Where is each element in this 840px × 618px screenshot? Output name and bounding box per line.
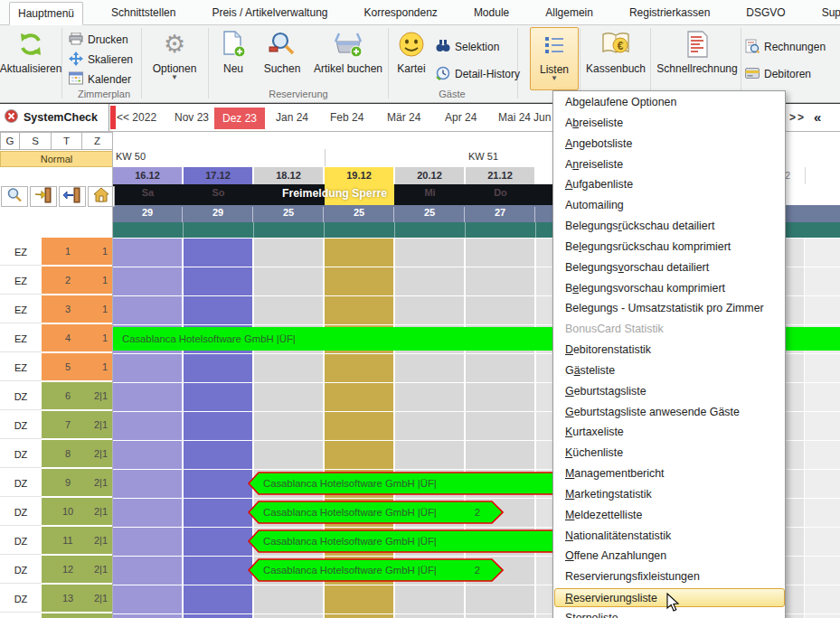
systemcheck-tab[interactable]: SystemCheck: [0, 104, 109, 131]
date-cell-17-12[interactable]: 17.12: [184, 167, 253, 184]
neu-button[interactable]: Neu: [213, 27, 253, 89]
year-back-nav[interactable]: << 2022: [117, 104, 156, 131]
ribbon-tab-hauptmenü[interactable]: Hauptmenü: [9, 2, 83, 25]
mouse-cursor: [666, 593, 680, 616]
menu-item-offene-anzahlungen[interactable]: Offene Anzahlungen: [555, 547, 783, 566]
menu-item-belegungsrückschau-detailiert[interactable]: Belegungsrückschau detailiert: [555, 217, 783, 236]
ribbon-tab-korrespondenz[interactable]: Korrespondenz: [355, 2, 445, 23]
room-cell-7[interactable]: 72|1: [42, 411, 113, 439]
sidebar-door-out-button[interactable]: [59, 186, 86, 207]
menu-item-kurtaxeliste[interactable]: Kurtaxeliste: [555, 423, 783, 442]
ribbon-tab-allgemein[interactable]: Allgemein: [537, 2, 601, 23]
month-feb-24[interactable]: Feb 24: [330, 104, 363, 131]
menu-item-anreiseliste[interactable]: Anreiseliste: [555, 155, 783, 174]
menu-item-automailing[interactable]: Automailing: [555, 196, 783, 215]
ribbon-tab-module[interactable]: Module: [466, 2, 517, 23]
kartei-button[interactable]: Kartei: [392, 27, 430, 89]
room-cell-10[interactable]: 102|1: [42, 498, 113, 526]
menu-item-küchenliste[interactable]: Küchenliste: [555, 444, 783, 463]
sidebar-column-header-s[interactable]: S: [20, 132, 52, 150]
month-mär-24[interactable]: Mär 24: [387, 104, 420, 131]
freimeldung-sperre-overlay: Freimeldung Sperre: [271, 187, 398, 200]
room-cell-5[interactable]: 51: [42, 353, 113, 381]
menu-item-meldezettelliste[interactable]: Meldezettelliste: [555, 506, 783, 525]
category-normal[interactable]: Normal: [0, 151, 113, 167]
menu-item-belegungs-umsatzstatistik-pro-zimmer[interactable]: Belegungs - Umsatzstatistik pro Zimmer: [555, 299, 783, 318]
drucken-button[interactable]: Drucken: [69, 31, 128, 49]
month-nov-23[interactable]: Nov 23: [175, 104, 209, 131]
menu-item-aufgabenliste[interactable]: Aufgabenliste: [555, 175, 783, 194]
ribbon-tab-registrierkassen[interactable]: Registrierkassen: [621, 2, 718, 23]
kw-label-right: KW 51: [468, 151, 532, 165]
red-marker: [110, 106, 116, 129]
menu-item-abreiseliste[interactable]: Abreiseliste: [555, 114, 783, 133]
menu-item-nationalitätenstatistik[interactable]: Nationalitätenstatistik: [555, 527, 783, 546]
room-number: 9: [54, 469, 81, 496]
menu-item-geburtstagsliste-anwesende-gäste[interactable]: Geburtstagsliste anwesende Gäste: [555, 403, 783, 422]
month-mai-24[interactable]: Mai 24: [498, 104, 531, 131]
kalender-button[interactable]: Kalender: [69, 70, 131, 89]
ribbon-tab-preis-artikelverwaltung[interactable]: Preis / Artikelverwaltung: [203, 2, 335, 23]
month-dez-23[interactable]: Dez 23: [214, 108, 265, 129]
date-cell-20-12[interactable]: 20.12: [395, 167, 465, 184]
ribbon-tab-dsgvo[interactable]: DSGVO: [738, 2, 793, 23]
room-cell-2[interactable]: 21: [42, 267, 113, 295]
collapse-icon[interactable]: «: [814, 104, 821, 131]
ribbon-tab-support[interactable]: Support: [814, 2, 840, 23]
sidebar-home-button[interactable]: [88, 186, 115, 207]
room-cell-8[interactable]: 82|1: [42, 440, 113, 468]
room-cell-12[interactable]: 122|1: [42, 556, 113, 584]
room-type-ez-5: EZ: [0, 353, 42, 381]
reservation-bar-room-10[interactable]: Casablanca Hotelsoftware GmbH |ÜF|2: [248, 501, 504, 524]
optionen-button[interactable]: ⚙ Optionen ▼: [145, 27, 204, 89]
menu-item-abgelaufene-optionen[interactable]: Abgelaufene Optionen: [555, 93, 783, 112]
month-apr-24[interactable]: Apr 24: [445, 104, 477, 131]
room-cell-partial[interactable]: [42, 613, 113, 618]
month-jan-24[interactable]: Jan 24: [276, 104, 308, 131]
sidebar-door-in-button[interactable]: [30, 186, 57, 207]
menu-item-belegungsvorschau-detailiert[interactable]: Belegungsvorschau detailiert: [555, 258, 783, 277]
room-cell-4[interactable]: 41: [42, 324, 113, 352]
menu-item-debitorenstatistik[interactable]: Debitorenstatistik: [555, 341, 783, 360]
menu-item-belegungsvorschau-komprimiert[interactable]: Belegungsvorschau komprimiert: [555, 279, 783, 298]
sidebar-column-header-t[interactable]: T: [52, 132, 82, 150]
menu-item-reservierungsfixleistungen[interactable]: Reservierungsfixleistungen: [555, 567, 783, 586]
date-cell-19-12[interactable]: 19.12: [325, 167, 394, 184]
room-cell-9[interactable]: 92|1: [42, 469, 113, 497]
aktualisieren-button[interactable]: Aktualisieren: [1, 27, 61, 89]
schnellrechnung-button[interactable]: Schnellrechnung: [655, 27, 740, 89]
suchen-button[interactable]: Suchen: [259, 27, 306, 89]
reservation-bar-room-12[interactable]: Casablanca Hotelsoftware GmbH |ÜF|2: [248, 558, 504, 582]
room-cell-11[interactable]: 112|1: [42, 527, 113, 555]
sidebar-magnifier-button[interactable]: [1, 186, 28, 207]
menu-item-belegungsrückschau-komprimiert[interactable]: Belegungsrückschau komprimiert: [555, 238, 783, 257]
date-cell-18-12[interactable]: 18.12: [254, 167, 324, 184]
debitoren-button[interactable]: Debitoren: [745, 65, 811, 83]
room-cell-1[interactable]: 11: [42, 238, 113, 266]
rechnungen-button[interactable]: Rechnungen: [745, 38, 826, 56]
skalieren-button[interactable]: Skalieren: [69, 51, 133, 69]
chevron-down-icon: ▼: [551, 76, 558, 80]
kassenbuch-button[interactable]: € Kassenbuch: [584, 27, 647, 89]
room-cell-13[interactable]: 132|1: [42, 585, 113, 613]
date-cell-16-12[interactable]: 16.12: [113, 167, 183, 184]
menu-item-managementbericht[interactable]: Managementbericht: [555, 464, 783, 483]
menu-item-geburtstagsliste[interactable]: Geburtstagsliste: [555, 382, 783, 401]
menu-item-marketingstatistik[interactable]: Marketingstatistik: [555, 485, 783, 504]
artikel-buchen-button[interactable]: Artikel buchen: [309, 27, 387, 89]
close-icon[interactable]: [5, 109, 18, 126]
sidebar-column-header-z[interactable]: Z: [82, 132, 113, 150]
ribbon-tab-schnittstellen[interactable]: Schnittstellen: [103, 2, 184, 23]
menu-item-angebotsliste[interactable]: Angebotsliste: [555, 135, 783, 154]
sidebar-column-header-g[interactable]: G: [0, 132, 20, 150]
room-cell-3[interactable]: 31: [42, 295, 113, 323]
gear-icon: ⚙: [164, 29, 185, 60]
date-cell-21-12[interactable]: 21.12: [466, 167, 535, 184]
detail-history-button[interactable]: Detail-History: [436, 65, 520, 83]
months-forward-nav[interactable]: >>: [789, 104, 806, 131]
aktualisieren-label: Aktualisieren: [0, 62, 61, 75]
listen-button[interactable]: Listen ▼: [530, 27, 579, 90]
room-cell-6[interactable]: 62|1: [42, 382, 113, 410]
selektion-button[interactable]: Selektion: [436, 38, 499, 56]
menu-item-gästeliste[interactable]: Gästeliste: [555, 361, 783, 380]
